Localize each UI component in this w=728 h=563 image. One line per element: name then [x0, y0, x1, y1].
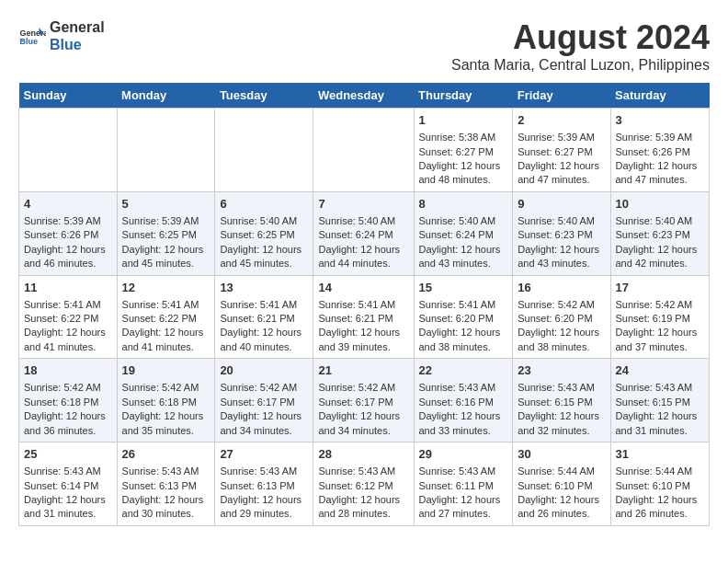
- calendar-cell: [19, 109, 118, 192]
- calendar-header: SundayMondayTuesdayWednesdayThursdayFrid…: [19, 83, 710, 109]
- day-number: 17: [616, 280, 705, 296]
- day-number: 31: [616, 446, 705, 463]
- day-number: 29: [419, 446, 508, 463]
- day-content: Sunrise: 5:40 AM Sunset: 6:25 PM Dayligh…: [220, 214, 308, 271]
- calendar-table: SundayMondayTuesdayWednesdayThursdayFrid…: [18, 83, 710, 526]
- calendar-cell: 3Sunrise: 5:39 AM Sunset: 6:26 PM Daylig…: [610, 109, 710, 192]
- day-content: Sunrise: 5:43 AM Sunset: 6:14 PM Dayligh…: [24, 465, 112, 522]
- calendar-cell: 16Sunrise: 5:42 AM Sunset: 6:20 PM Dayli…: [513, 275, 610, 359]
- calendar-cell: 17Sunrise: 5:42 AM Sunset: 6:19 PM Dayli…: [610, 275, 710, 359]
- header-day-wednesday: Wednesday: [313, 83, 414, 109]
- day-number: 26: [122, 446, 210, 463]
- header-day-friday: Friday: [513, 83, 610, 109]
- day-content: Sunrise: 5:43 AM Sunset: 6:15 PM Dayligh…: [616, 381, 705, 438]
- day-number: 13: [220, 280, 308, 296]
- day-content: Sunrise: 5:41 AM Sunset: 6:21 PM Dayligh…: [220, 298, 308, 355]
- day-number: 23: [518, 362, 605, 379]
- day-number: 24: [616, 362, 705, 379]
- day-number: 1: [419, 112, 508, 129]
- day-number: 16: [518, 280, 605, 296]
- week-row-5: 25Sunrise: 5:43 AM Sunset: 6:14 PM Dayli…: [19, 442, 710, 526]
- day-number: 5: [122, 196, 210, 213]
- day-content: Sunrise: 5:42 AM Sunset: 6:18 PM Dayligh…: [122, 381, 210, 438]
- day-content: Sunrise: 5:44 AM Sunset: 6:10 PM Dayligh…: [518, 465, 605, 522]
- day-number: 30: [518, 446, 605, 463]
- day-content: Sunrise: 5:40 AM Sunset: 6:24 PM Dayligh…: [318, 214, 408, 271]
- logo-line1: General: [50, 18, 105, 36]
- day-content: Sunrise: 5:40 AM Sunset: 6:23 PM Dayligh…: [518, 214, 605, 271]
- calendar-cell: 9Sunrise: 5:40 AM Sunset: 6:23 PM Daylig…: [513, 191, 610, 275]
- week-row-2: 4Sunrise: 5:39 AM Sunset: 6:26 PM Daylig…: [19, 191, 710, 275]
- calendar-cell: 11Sunrise: 5:41 AM Sunset: 6:22 PM Dayli…: [19, 275, 118, 359]
- day-content: Sunrise: 5:42 AM Sunset: 6:19 PM Dayligh…: [616, 298, 705, 355]
- day-number: 20: [220, 362, 308, 379]
- week-row-3: 11Sunrise: 5:41 AM Sunset: 6:22 PM Dayli…: [19, 275, 710, 359]
- calendar-cell: 7Sunrise: 5:40 AM Sunset: 6:24 PM Daylig…: [313, 191, 414, 275]
- day-content: Sunrise: 5:40 AM Sunset: 6:24 PM Dayligh…: [419, 214, 508, 271]
- day-number: 2: [518, 112, 605, 129]
- header-day-saturday: Saturday: [610, 83, 710, 109]
- day-content: Sunrise: 5:43 AM Sunset: 6:15 PM Dayligh…: [518, 381, 605, 438]
- day-number: 25: [24, 446, 112, 463]
- calendar-cell: 20Sunrise: 5:42 AM Sunset: 6:17 PM Dayli…: [215, 359, 313, 442]
- day-content: Sunrise: 5:43 AM Sunset: 6:12 PM Dayligh…: [318, 465, 408, 522]
- calendar-cell: 29Sunrise: 5:43 AM Sunset: 6:11 PM Dayli…: [414, 442, 513, 526]
- day-content: Sunrise: 5:43 AM Sunset: 6:13 PM Dayligh…: [220, 465, 308, 522]
- day-number: 21: [318, 362, 408, 379]
- calendar-cell: 1Sunrise: 5:38 AM Sunset: 6:27 PM Daylig…: [414, 109, 513, 192]
- logo-line2: Blue: [50, 36, 105, 53]
- week-row-1: 1Sunrise: 5:38 AM Sunset: 6:27 PM Daylig…: [19, 109, 710, 192]
- logo-icon: General Blue: [18, 22, 46, 50]
- day-content: Sunrise: 5:41 AM Sunset: 6:22 PM Dayligh…: [24, 298, 112, 355]
- day-content: Sunrise: 5:44 AM Sunset: 6:10 PM Dayligh…: [616, 465, 705, 522]
- page-header: General Blue General Blue August 2024 Sa…: [18, 18, 710, 74]
- calendar-cell: 14Sunrise: 5:41 AM Sunset: 6:21 PM Dayli…: [313, 275, 414, 359]
- day-number: 27: [220, 446, 308, 463]
- header-row: SundayMondayTuesdayWednesdayThursdayFrid…: [19, 83, 710, 109]
- calendar-cell: 13Sunrise: 5:41 AM Sunset: 6:21 PM Dayli…: [215, 275, 313, 359]
- day-content: Sunrise: 5:43 AM Sunset: 6:13 PM Dayligh…: [122, 465, 210, 522]
- day-number: 22: [419, 362, 508, 379]
- calendar-body: 1Sunrise: 5:38 AM Sunset: 6:27 PM Daylig…: [19, 109, 710, 526]
- day-number: 7: [318, 196, 408, 213]
- calendar-cell: 19Sunrise: 5:42 AM Sunset: 6:18 PM Dayli…: [117, 359, 215, 442]
- day-content: Sunrise: 5:43 AM Sunset: 6:16 PM Dayligh…: [419, 381, 508, 438]
- svg-text:Blue: Blue: [20, 37, 39, 46]
- header-day-thursday: Thursday: [414, 83, 513, 109]
- header-day-monday: Monday: [117, 83, 215, 109]
- day-content: Sunrise: 5:41 AM Sunset: 6:20 PM Dayligh…: [419, 298, 508, 355]
- calendar-cell: 15Sunrise: 5:41 AM Sunset: 6:20 PM Dayli…: [414, 275, 513, 359]
- calendar-cell: 21Sunrise: 5:42 AM Sunset: 6:17 PM Dayli…: [313, 359, 414, 442]
- calendar-cell: 10Sunrise: 5:40 AM Sunset: 6:23 PM Dayli…: [610, 191, 710, 275]
- title-block: August 2024 Santa Maria, Central Luzon, …: [451, 18, 710, 74]
- day-content: Sunrise: 5:41 AM Sunset: 6:21 PM Dayligh…: [318, 298, 408, 355]
- day-number: 15: [419, 280, 508, 296]
- day-content: Sunrise: 5:39 AM Sunset: 6:26 PM Dayligh…: [24, 214, 112, 271]
- day-number: 11: [24, 280, 112, 296]
- day-content: Sunrise: 5:42 AM Sunset: 6:17 PM Dayligh…: [220, 381, 308, 438]
- day-content: Sunrise: 5:43 AM Sunset: 6:11 PM Dayligh…: [419, 465, 508, 522]
- day-number: 6: [220, 196, 308, 213]
- calendar-cell: [215, 109, 313, 192]
- calendar-cell: 28Sunrise: 5:43 AM Sunset: 6:12 PM Dayli…: [313, 442, 414, 526]
- day-content: Sunrise: 5:39 AM Sunset: 6:27 PM Dayligh…: [518, 131, 605, 188]
- calendar-cell: 25Sunrise: 5:43 AM Sunset: 6:14 PM Dayli…: [19, 442, 118, 526]
- calendar-cell: 4Sunrise: 5:39 AM Sunset: 6:26 PM Daylig…: [19, 191, 118, 275]
- calendar-cell: 26Sunrise: 5:43 AM Sunset: 6:13 PM Dayli…: [117, 442, 215, 526]
- day-content: Sunrise: 5:38 AM Sunset: 6:27 PM Dayligh…: [419, 131, 508, 188]
- day-number: 4: [24, 196, 112, 213]
- day-content: Sunrise: 5:42 AM Sunset: 6:20 PM Dayligh…: [518, 298, 605, 355]
- calendar-cell: 31Sunrise: 5:44 AM Sunset: 6:10 PM Dayli…: [610, 442, 710, 526]
- calendar-cell: 5Sunrise: 5:39 AM Sunset: 6:25 PM Daylig…: [117, 191, 215, 275]
- calendar-cell: [313, 109, 414, 192]
- day-number: 18: [24, 362, 112, 379]
- day-number: 10: [616, 196, 705, 213]
- calendar-cell: 22Sunrise: 5:43 AM Sunset: 6:16 PM Dayli…: [414, 359, 513, 442]
- day-content: Sunrise: 5:42 AM Sunset: 6:17 PM Dayligh…: [318, 381, 408, 438]
- calendar-cell: 30Sunrise: 5:44 AM Sunset: 6:10 PM Dayli…: [513, 442, 610, 526]
- day-number: 14: [318, 280, 408, 296]
- day-content: Sunrise: 5:41 AM Sunset: 6:22 PM Dayligh…: [122, 298, 210, 355]
- calendar-cell: 12Sunrise: 5:41 AM Sunset: 6:22 PM Dayli…: [117, 275, 215, 359]
- calendar-cell: 6Sunrise: 5:40 AM Sunset: 6:25 PM Daylig…: [215, 191, 313, 275]
- calendar-cell: 23Sunrise: 5:43 AM Sunset: 6:15 PM Dayli…: [513, 359, 610, 442]
